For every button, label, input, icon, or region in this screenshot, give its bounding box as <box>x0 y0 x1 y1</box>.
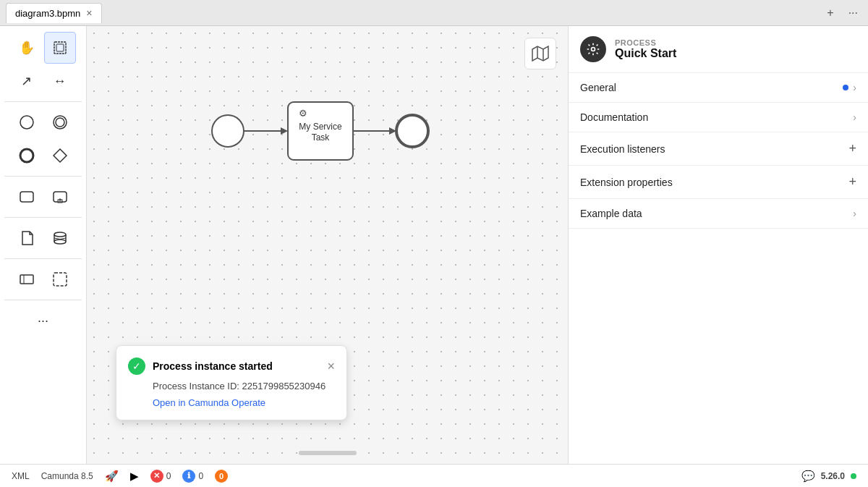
divider-3 <box>4 217 82 218</box>
status-bar: XML Camunda 8.5 🚀 ▶ ✕ 0 ℹ 0 0 💬 5.26.0 <box>0 464 868 487</box>
divider-5 <box>4 300 82 300</box>
panel-process-icon <box>580 36 606 62</box>
panel-section-example-data[interactable]: Example data › <box>569 199 868 229</box>
panel-type-label: PROCESS <box>615 38 676 47</box>
tool-row-3 <box>11 106 76 138</box>
svg-text:My Service: My Service <box>299 122 342 132</box>
error-badge: ✕ <box>150 470 163 483</box>
svg-point-2 <box>20 116 33 129</box>
svg-point-4 <box>56 118 64 127</box>
panel-execution-listeners-plus: + <box>848 141 856 156</box>
svg-marker-21 <box>281 127 288 135</box>
title-bar-right: + ··· <box>822 5 862 21</box>
tool-row-2: ↗ ↔ <box>11 65 76 97</box>
xml-label[interactable]: XML <box>12 471 30 481</box>
svg-point-32 <box>592 48 595 51</box>
connection-status-dot <box>851 473 856 479</box>
svg-marker-6 <box>54 149 67 162</box>
task-btn[interactable] <box>11 181 43 213</box>
status-right: 💬 5.26.0 <box>801 470 856 483</box>
canvas-area[interactable]: ⚙ My Service Task ✓ Process instance <box>87 26 568 464</box>
panel-example-data-actions: › <box>853 208 856 219</box>
svg-point-15 <box>54 240 66 244</box>
svg-rect-0 <box>54 42 66 54</box>
deploy-btn[interactable]: 🚀 <box>105 470 119 483</box>
intermediate-event-btn[interactable] <box>44 106 76 138</box>
notif-close-btn[interactable]: × <box>327 360 335 373</box>
title-bar: diagram3.bpmn × + ··· <box>0 0 868 26</box>
tool-row-1: ✋ <box>11 32 76 64</box>
notif-body: Process Instance ID: 2251799855230946 <box>128 381 335 391</box>
subprocess-btn[interactable] <box>44 181 76 213</box>
tool-row-8: ··· <box>27 305 59 336</box>
svg-text:⚙: ⚙ <box>299 108 307 119</box>
svg-point-5 <box>20 149 33 162</box>
error-indicator: ✕ 0 <box>150 470 171 483</box>
minimap-btn[interactable] <box>524 38 556 69</box>
hand-tool-btn[interactable]: ✋ <box>11 32 43 64</box>
svg-point-28 <box>396 115 428 147</box>
warning-indicator: 0 <box>215 470 228 483</box>
select-tool-btn[interactable] <box>44 32 76 64</box>
panel-documentation-label: Documentation <box>580 111 853 123</box>
panel-section-documentation[interactable]: Documentation › <box>569 103 868 132</box>
data-object-btn[interactable] <box>11 222 43 254</box>
tab-filename: diagram3.bpmn <box>15 8 80 19</box>
panel-documentation-actions: › <box>853 111 856 123</box>
file-tab[interactable]: diagram3.bpmn × <box>6 3 102 23</box>
pool-btn[interactable] <box>11 263 43 295</box>
svg-point-19 <box>212 115 244 147</box>
panel-name-title: Quick Start <box>615 47 676 60</box>
end-event-btn[interactable] <box>11 140 43 171</box>
more-tools-btn[interactable]: ··· <box>27 305 59 336</box>
notif-header: ✓ Process instance started × <box>128 357 335 375</box>
svg-rect-18 <box>54 273 67 286</box>
chat-btn[interactable]: 💬 <box>801 470 815 483</box>
panel-section-execution-listeners[interactable]: Execution listeners + <box>569 132 868 166</box>
svg-text:Task: Task <box>312 132 331 143</box>
panel-execution-listeners-actions: + <box>848 141 856 156</box>
notif-link[interactable]: Open in Camunda Operate <box>128 397 335 408</box>
divider-1 <box>4 101 82 102</box>
version-label: 5.26.0 <box>821 471 845 481</box>
lasso-tool-btn[interactable]: ↗ <box>11 65 43 97</box>
panel-example-data-label: Example data <box>580 208 853 219</box>
horizontal-scrollbar[interactable] <box>299 451 357 455</box>
info-badge: ℹ <box>182 470 195 483</box>
panel-header: PROCESS Quick Start <box>569 26 868 73</box>
panel-extension-properties-label: Extension properties <box>580 177 848 188</box>
start-event-btn[interactable] <box>11 106 43 138</box>
gateway-btn[interactable] <box>44 140 76 171</box>
notif-title: Process instance started <box>153 360 320 372</box>
data-store-btn[interactable] <box>44 222 76 254</box>
notification-toast: ✓ Process instance started × Process Ins… <box>116 345 347 420</box>
new-tab-btn[interactable]: + <box>822 5 838 21</box>
warning-badge: 0 <box>215 470 228 483</box>
panel-header-text: PROCESS Quick Start <box>615 38 676 60</box>
panel-documentation-chevron: › <box>853 111 856 123</box>
engine-label: Camunda 8.5 <box>41 471 93 481</box>
svg-rect-1 <box>56 44 64 51</box>
group-btn[interactable] <box>44 263 76 295</box>
info-indicator: ℹ 0 <box>182 470 203 483</box>
tab-close-btn[interactable]: × <box>86 8 92 18</box>
panel-extension-properties-plus: + <box>848 174 856 190</box>
divider-4 <box>4 258 82 259</box>
svg-rect-7 <box>20 192 33 202</box>
panel-extension-properties-actions: + <box>848 174 856 190</box>
svg-marker-29 <box>532 46 548 61</box>
panel-general-label: General <box>580 82 843 93</box>
panel-section-extension-properties[interactable]: Extension properties + <box>569 166 868 199</box>
main-layout: ✋ ↗ ↔ <box>0 26 868 464</box>
panel-general-dot <box>843 85 848 90</box>
error-count: 0 <box>166 471 171 481</box>
tool-row-7 <box>11 263 76 295</box>
run-btn[interactable]: ▶ <box>130 470 139 483</box>
space-tool-btn[interactable]: ↔ <box>44 65 76 97</box>
divider-2 <box>4 176 82 177</box>
more-options-btn[interactable]: ··· <box>844 5 862 21</box>
notif-success-icon: ✓ <box>128 357 145 375</box>
tool-row-6 <box>11 222 76 254</box>
panel-section-general[interactable]: General › <box>569 73 868 103</box>
toolbar: ✋ ↗ ↔ <box>0 26 87 464</box>
